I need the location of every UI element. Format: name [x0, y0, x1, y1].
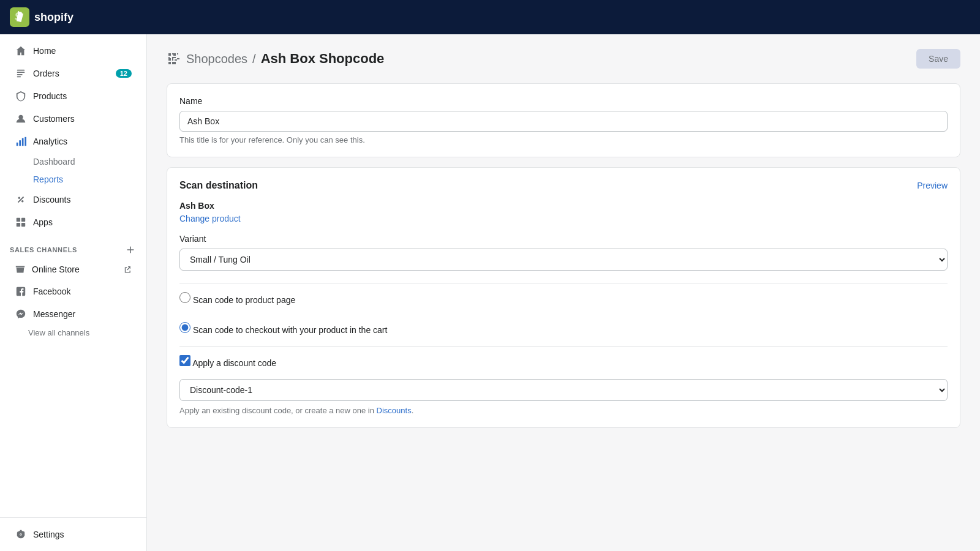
product-info: Ash Box Change product [179, 201, 948, 224]
sidebar-item-facebook[interactable]: Facebook [5, 280, 141, 302]
sidebar-item-apps[interactable]: Apps [5, 211, 141, 233]
svg-rect-18 [168, 58, 171, 61]
apps-icon [15, 216, 27, 228]
discount-select[interactable]: Discount-code-1 Discount-code-2 [179, 379, 948, 401]
name-hint: This title is for your reference. Only y… [179, 135, 948, 144]
breadcrumb: Shopcodes / Ash Box Shopcode [167, 51, 384, 67]
view-all-channels-link[interactable]: View all channels [0, 326, 146, 340]
sidebar-item-orders[interactable]: Orders 12 [5, 62, 141, 84]
app-body: Home Orders 12 Products [0, 34, 980, 551]
change-product-link[interactable]: Change product [179, 214, 241, 223]
radio-product-page-label: Scan code to product page [193, 295, 295, 305]
online-store-icon [15, 264, 26, 275]
scan-dest-title: Scan destination [179, 180, 258, 191]
sidebar-item-products[interactable]: Products [5, 85, 141, 107]
discount-hint: Apply an existing discount code, or crea… [179, 406, 948, 415]
svg-rect-15 [21, 223, 25, 227]
svg-point-4 [18, 115, 23, 119]
sidebar-products-label: Products [33, 91, 67, 101]
svg-rect-17 [168, 57, 170, 58]
divider-2 [179, 346, 948, 347]
radio-checkout[interactable]: Scan code to checkout with your product … [179, 316, 948, 341]
external-link-icon [123, 265, 132, 274]
svg-rect-12 [17, 218, 20, 222]
sidebar-home-label: Home [33, 46, 56, 56]
svg-point-10 [21, 200, 24, 203]
svg-rect-26 [177, 53, 178, 54]
home-icon [15, 45, 27, 57]
logo-text: shopify [34, 11, 74, 24]
qr-code-icon [167, 51, 181, 66]
svg-rect-19 [172, 53, 173, 54]
preview-link[interactable]: Preview [917, 181, 948, 190]
scan-destination-card: Scan destination Preview Ash Box Change … [167, 167, 960, 428]
sidebar-item-discounts[interactable]: Discounts [5, 189, 141, 211]
product-name: Ash Box [179, 201, 948, 211]
svg-rect-2 [17, 74, 23, 75]
apply-discount-label: Apply a discount code [192, 358, 276, 368]
svg-rect-27 [168, 62, 171, 64]
products-icon [15, 90, 27, 102]
analytics-icon [15, 135, 27, 148]
sidebar-item-reports[interactable]: Reports [5, 171, 141, 188]
svg-rect-1 [17, 72, 25, 73]
sidebar-facebook-label: Facebook [33, 287, 70, 296]
orders-icon [15, 67, 27, 80]
top-navigation: shopify [0, 0, 980, 34]
scan-dest-header: Scan destination Preview [179, 180, 948, 191]
facebook-icon [15, 285, 27, 298]
svg-rect-14 [17, 223, 20, 227]
online-store-label: Online Store [32, 264, 80, 274]
sidebar-nav: Home Orders 12 Products [0, 34, 146, 517]
name-card: Name This title is for your reference. O… [167, 83, 960, 157]
sidebar-item-analytics[interactable]: Analytics [5, 130, 141, 152]
add-channel-icon[interactable] [124, 244, 137, 256]
variant-label: Variant [179, 234, 948, 244]
svg-rect-28 [172, 62, 175, 64]
radio-product-page[interactable]: Scan code to product page [179, 286, 948, 311]
sidebar: Home Orders 12 Products [0, 34, 147, 551]
svg-rect-20 [173, 53, 176, 56]
svg-rect-7 [22, 138, 24, 146]
name-label: Name [179, 96, 948, 106]
svg-rect-6 [19, 140, 21, 146]
settings-label: Settings [33, 530, 64, 539]
sidebar-customers-label: Customers [33, 114, 75, 124]
logo-icon [10, 7, 29, 27]
svg-rect-21 [172, 57, 176, 58]
name-input[interactable] [179, 111, 948, 132]
breadcrumb-current: Ash Box Shopcode [261, 51, 385, 67]
variant-select[interactable]: Small / Tung Oil Medium / Tung Oil Large… [179, 249, 948, 271]
orders-badge: 12 [116, 69, 132, 78]
apply-discount-checkbox[interactable] [179, 355, 190, 366]
variant-section: Variant Small / Tung Oil Medium / Tung O… [179, 234, 948, 271]
sidebar-orders-label: Orders [33, 69, 59, 78]
sidebar-item-home[interactable]: Home [5, 40, 141, 62]
radio-checkout-label: Scan code to checkout with your product … [193, 325, 388, 335]
radio-product-page-input[interactable] [179, 292, 190, 303]
svg-rect-5 [17, 143, 18, 146]
svg-point-9 [18, 197, 21, 200]
main-content: Shopcodes / Ash Box Shopcode Save Name T… [147, 34, 980, 551]
breadcrumb-parent[interactable]: Shopcodes [186, 52, 247, 66]
customers-icon [15, 113, 27, 125]
svg-rect-24 [175, 62, 176, 64]
sidebar-item-settings[interactable]: Settings [5, 523, 141, 545]
sidebar-item-messenger[interactable]: Messenger [5, 303, 141, 325]
sidebar-footer: Settings [0, 517, 146, 551]
sidebar-item-online-store[interactable]: Online Store [5, 259, 141, 280]
sidebar-item-dashboard[interactable]: Dashboard [5, 153, 141, 170]
shopify-logo[interactable]: shopify [10, 7, 74, 27]
sales-channels-header: Sales Channels [0, 234, 146, 258]
svg-rect-25 [177, 58, 179, 59]
discounts-link[interactable]: Discounts [377, 406, 412, 415]
messenger-icon [15, 308, 27, 320]
radio-checkout-input[interactable] [179, 322, 190, 333]
sidebar-discounts-label: Discounts [33, 195, 70, 204]
sidebar-item-customers[interactable]: Customers [5, 108, 141, 130]
apply-discount-option[interactable]: Apply a discount code [179, 349, 948, 374]
save-button[interactable]: Save [916, 49, 960, 69]
breadcrumb-separator: / [252, 52, 256, 66]
svg-rect-8 [24, 137, 26, 146]
svg-rect-0 [17, 70, 25, 71]
